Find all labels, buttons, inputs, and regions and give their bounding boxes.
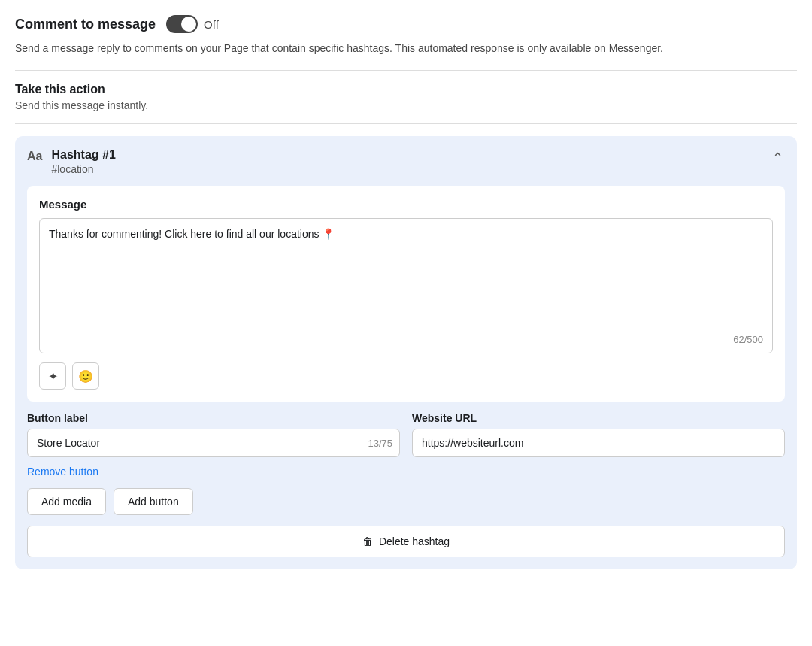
divider-1 <box>15 70 797 71</box>
toggle-wrapper[interactable]: Off <box>166 15 219 33</box>
website-url-field: Website URL <box>412 412 785 457</box>
emoji-icon-button[interactable]: 🙂 <box>72 362 99 390</box>
hashtag-value: #location <box>51 163 115 175</box>
hashtag-info: Hashtag #1 #location <box>51 148 115 175</box>
divider-2 <box>15 123 797 124</box>
hashtag-name: Hashtag #1 <box>51 148 115 162</box>
page-title: Comment to message <box>15 17 156 32</box>
button-label-count: 13/75 <box>368 438 392 449</box>
button-label-input[interactable] <box>27 429 400 457</box>
message-card: Message Thanks for commenting! Click her… <box>27 186 785 402</box>
action-title: Take this action <box>15 83 797 96</box>
add-media-button[interactable]: Add media <box>27 488 106 515</box>
url-input[interactable] <box>412 429 785 457</box>
toggle-switch[interactable] <box>166 15 198 33</box>
url-input-wrapper <box>412 429 785 457</box>
page-subtitle: Send a message reply to comments on your… <box>15 41 797 56</box>
delete-hashtag-label: Delete hashtag <box>379 535 450 547</box>
button-label-field: Button label 13/75 <box>27 412 400 457</box>
message-char-count: 62/500 <box>49 334 763 345</box>
collapse-chevron-icon[interactable]: ⌃ <box>771 148 785 168</box>
action-section: Take this action Send this message insta… <box>15 83 797 111</box>
hashtag-card: Aa Hashtag #1 #location ⌃ Message Thanks… <box>15 136 797 569</box>
aa-icon: Aa <box>27 150 42 163</box>
sparkle-icon: ✦ <box>48 369 58 384</box>
message-text: Thanks for commenting! Click here to fin… <box>49 226 763 329</box>
card-header-left: Aa Hashtag #1 #location <box>27 148 116 175</box>
sparkle-icon-button[interactable]: ✦ <box>39 362 66 390</box>
action-subtitle: Send this message instantly. <box>15 99 797 111</box>
add-button-button[interactable]: Add button <box>114 488 193 515</box>
emoji-icon: 🙂 <box>78 369 93 384</box>
header-row: Comment to message Off <box>15 15 797 33</box>
remove-button[interactable]: Remove button <box>27 466 98 478</box>
toggle-label: Off <box>204 18 219 31</box>
toggle-knob <box>181 17 196 32</box>
message-icon-row: ✦ 🙂 <box>39 362 773 390</box>
button-label-input-wrapper: 13/75 <box>27 429 400 457</box>
card-header: Aa Hashtag #1 #location ⌃ <box>27 148 785 175</box>
delete-hashtag-button[interactable]: 🗑 Delete hashtag <box>27 526 785 557</box>
action-buttons-row: Add media Add button <box>27 488 785 515</box>
trash-icon: 🗑 <box>362 535 373 547</box>
message-label: Message <box>39 198 773 211</box>
button-fields: Button label 13/75 Website URL <box>27 412 785 457</box>
message-textarea-wrapper[interactable]: Thanks for commenting! Click here to fin… <box>39 218 773 353</box>
url-label-heading: Website URL <box>412 412 785 424</box>
button-label-heading: Button label <box>27 412 400 424</box>
